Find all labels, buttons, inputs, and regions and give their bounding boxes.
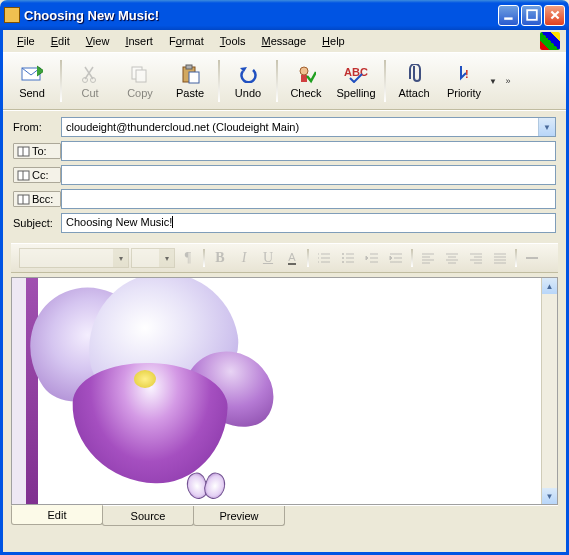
menu-insert[interactable]: Insert (117, 32, 161, 50)
app-icon (4, 7, 20, 23)
undo-icon (236, 63, 260, 85)
to-button[interactable]: To: (13, 143, 61, 159)
tab-source[interactable]: Source (102, 506, 194, 526)
attach-button[interactable]: Attach (389, 56, 439, 106)
send-icon (20, 63, 44, 85)
iris-flower-image (32, 277, 292, 505)
from-value: cloudeight@thundercloud.net (Cloudeight … (66, 121, 299, 133)
svg-point-19 (342, 261, 344, 263)
font-color-button[interactable]: A (281, 247, 303, 269)
address-book-icon (17, 146, 30, 157)
title-bar: Choosing New Music! (0, 0, 569, 30)
bcc-button[interactable]: Bcc: (13, 191, 61, 207)
stationery-background (12, 278, 302, 504)
attach-icon (402, 63, 426, 85)
tab-preview[interactable]: Preview (193, 506, 285, 526)
cut-icon (78, 63, 102, 85)
svg-text:ABC: ABC (344, 66, 368, 78)
menu-format[interactable]: Format (161, 32, 212, 50)
close-button[interactable] (544, 5, 565, 26)
send-button[interactable]: Send (7, 56, 57, 106)
hr-button[interactable] (521, 247, 543, 269)
font-size-select[interactable]: ▾ (131, 248, 175, 268)
menu-edit[interactable]: Edit (43, 32, 78, 50)
align-right-button[interactable] (465, 247, 487, 269)
svg-point-17 (342, 253, 344, 255)
svg-rect-11 (301, 75, 307, 82)
check-icon (294, 63, 318, 85)
menu-tools[interactable]: Tools (212, 32, 254, 50)
bold-button[interactable]: B (209, 247, 231, 269)
menu-view[interactable]: View (78, 32, 118, 50)
status-bar (3, 532, 566, 552)
maximize-button[interactable] (521, 5, 542, 26)
cut-button[interactable]: Cut (65, 56, 115, 106)
underline-button[interactable]: U (257, 247, 279, 269)
undo-button[interactable]: Undo (223, 56, 273, 106)
paragraph-style-button[interactable]: ¶ (177, 247, 199, 269)
menu-help[interactable]: Help (314, 32, 353, 50)
message-headers: From: cloudeight@thundercloud.net (Cloud… (3, 110, 566, 241)
align-justify-button[interactable] (489, 247, 511, 269)
font-name-select[interactable]: ▾ (19, 248, 129, 268)
priority-button[interactable]: ! Priority (439, 56, 489, 106)
copy-button[interactable]: Copy (115, 56, 165, 106)
minimize-button[interactable] (498, 5, 519, 26)
tab-edit[interactable]: Edit (11, 505, 103, 525)
from-dropdown-button[interactable]: ▼ (538, 118, 555, 136)
from-label: From: (13, 121, 61, 133)
svg-point-18 (342, 257, 344, 259)
cc-button[interactable]: Cc: (13, 167, 61, 183)
address-book-icon (17, 170, 30, 181)
bcc-field[interactable] (61, 189, 556, 209)
outdent-button[interactable] (361, 247, 383, 269)
spelling-button[interactable]: ABC Spelling (331, 56, 381, 106)
toolbar: Send Cut Copy Paste Undo Check ABC Spell… (3, 52, 566, 110)
italic-button[interactable]: I (233, 247, 255, 269)
bullet-list-button[interactable] (337, 247, 359, 269)
check-button[interactable]: Check (281, 56, 331, 106)
from-select[interactable]: cloudeight@thundercloud.net (Cloudeight … (61, 117, 556, 137)
indent-button[interactable] (385, 247, 407, 269)
to-field[interactable] (61, 141, 556, 161)
scroll-down-button[interactable]: ▼ (542, 488, 557, 504)
spelling-icon: ABC (344, 63, 368, 85)
window-title: Choosing New Music! (24, 8, 498, 23)
svg-rect-1 (527, 10, 537, 20)
svg-rect-8 (186, 65, 192, 69)
body-scrollbar[interactable]: ▲ ▼ (541, 278, 557, 504)
menu-message[interactable]: Message (253, 32, 314, 50)
message-body[interactable]: ▲ ▼ (11, 277, 558, 505)
butterfly-image (187, 473, 229, 503)
svg-rect-6 (136, 70, 146, 82)
subject-field[interactable]: Choosing New Music! (61, 213, 556, 233)
numbered-list-button[interactable] (313, 247, 335, 269)
svg-point-10 (300, 67, 308, 75)
cc-field[interactable] (61, 165, 556, 185)
address-book-icon (17, 194, 30, 205)
menu-file[interactable]: File (9, 32, 43, 50)
paste-button[interactable]: Paste (165, 56, 215, 106)
priority-dropdown[interactable]: ▼ (489, 77, 501, 86)
scroll-up-button[interactable]: ▲ (542, 278, 557, 294)
copy-icon (128, 63, 152, 85)
paste-icon (178, 63, 202, 85)
toolbar-overflow[interactable]: » (501, 56, 515, 106)
view-tabs: Edit Source Preview (11, 505, 558, 526)
svg-text:!: ! (465, 68, 469, 80)
priority-icon: ! (452, 63, 476, 85)
svg-rect-0 (504, 17, 512, 19)
align-left-button[interactable] (417, 247, 439, 269)
svg-rect-9 (189, 72, 199, 83)
subject-label: Subject: (13, 217, 61, 229)
format-toolbar: ▾ ▾ ¶ B I U A (11, 243, 558, 273)
windows-flag-icon (540, 32, 560, 50)
menu-bar: File Edit View Insert Format Tools Messa… (3, 30, 566, 52)
align-center-button[interactable] (441, 247, 463, 269)
